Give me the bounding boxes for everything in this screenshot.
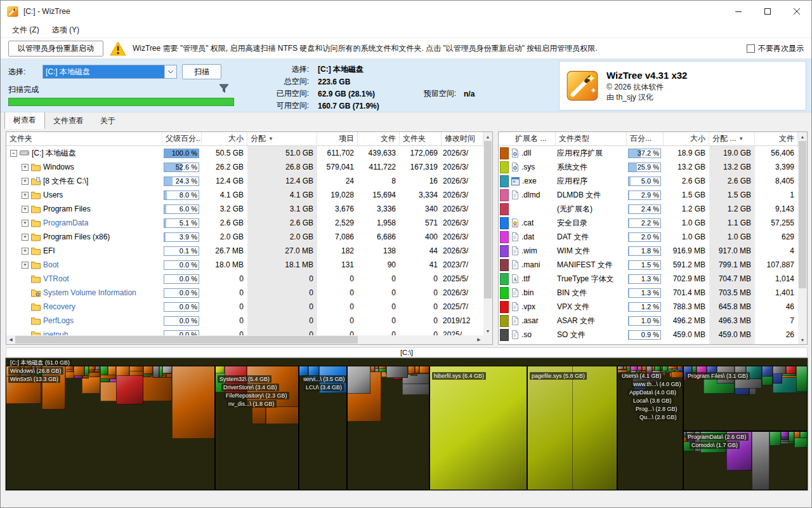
chevron-down-icon[interactable] [164, 65, 176, 78]
folder-row[interactable]: Recovery0.0 %000002025/7/ [6, 300, 492, 314]
ext-cell-extension: .mani [510, 258, 556, 272]
ext-row[interactable]: (无扩展名)2.4 %1.2 GB1.2 GB9,143 [499, 202, 807, 216]
ext-cell-allocated: 1.2 GB [709, 202, 755, 216]
folder-row[interactable]: +Program Files (x86)3.9 %2.0 GB2.0 GB7,0… [6, 230, 492, 244]
percent-bar-fill [164, 219, 166, 227]
menu-options[interactable]: 选项 (Y) [46, 23, 86, 37]
tab-file-view[interactable]: 文件查看 [45, 113, 92, 129]
extension-vertical-scrollbar[interactable]: ▲ ▼ [798, 132, 807, 344]
expand-icon[interactable]: + [22, 262, 29, 269]
expand-icon[interactable]: + [22, 206, 29, 213]
folder-name: Boot [43, 260, 59, 269]
ext-col-header-files[interactable]: 文件 [755, 132, 798, 145]
ext-row[interactable]: .dlmdDLMDB 文件2.9 %1.5 GB1.5 GB1 [499, 188, 807, 202]
percent-bar-fill [629, 247, 629, 255]
ext-row[interactable]: .datDAT 文件2.0 %1.0 GB1.0 GB629 [499, 230, 807, 244]
folder-cell-name: inetpub [6, 328, 162, 335]
restart-admin-button[interactable]: 以管理员身份重新启动 [8, 41, 103, 57]
folder-cell-name: +Users [6, 188, 162, 202]
ext-row[interactable]: .sys系统文件25.9 %13.2 GB13.2 GB3,399 [499, 160, 807, 174]
folder-col-header-files[interactable]: 文件 [358, 132, 400, 145]
folder-col-header-items[interactable]: 项目 [317, 132, 358, 145]
ext-row[interactable]: A.ttfTrueType 字体文1.3 %702.9 MB704.7 MB1,… [499, 272, 807, 286]
expand-icon[interactable]: + [22, 220, 29, 227]
ext-row[interactable]: .dll应用程序扩展37.2 %18.9 GB19.0 GB56,406 [499, 146, 807, 160]
folder-col-header-modified[interactable]: 修改时间 [442, 132, 483, 145]
scrollbar-thumb[interactable] [799, 141, 806, 288]
minimize-button[interactable] [724, 1, 753, 22]
checkbox-box-icon[interactable] [747, 44, 755, 53]
expand-icon[interactable]: + [22, 248, 29, 255]
folder-col-header-allocated[interactable]: 分配▼ [247, 132, 317, 145]
ext-col-header-allocated[interactable]: 分配 ...▼ [709, 132, 755, 145]
ext-row[interactable]: .wimWIM 文件1.8 %916.9 MB917.0 MB4 [499, 244, 807, 258]
ext-row[interactable]: .soSO 文件0.9 %459.0 MB459.0 MB26 [499, 328, 807, 342]
percent-bar-fill [164, 191, 167, 199]
scroll-up-icon[interactable]: ▲ [483, 132, 492, 141]
ext-cell-color [499, 272, 510, 286]
folder-row[interactable]: +Program Files6.0 %3.2 GB3.1 GB3,6763,33… [6, 202, 492, 216]
folder-col-header-size[interactable]: 大小 [202, 132, 247, 145]
folder-row[interactable]: +Users8.0 %4.1 GB4.1 GB19,02815,6943,334… [6, 188, 492, 202]
scroll-left-icon[interactable]: ◀ [6, 335, 15, 344]
ext-row[interactable]: .asarASAR 文件1.0 %496.2 MB496.3 MB7 [499, 314, 807, 328]
ext-row[interactable]: .vpxVPX 文件1.2 %788.3 MB645.8 MB46 [499, 300, 807, 314]
drive-combobox[interactable]: [C:] 本地磁盘 [43, 65, 177, 79]
scroll-up-icon[interactable]: ▲ [798, 132, 807, 141]
treemap[interactable]: [C:] 本地磁盘 (51.0 GB)Windows\ (26.8 GB)Win… [5, 358, 808, 491]
tab-about[interactable]: 关于 [92, 113, 124, 129]
folder-cell-modified: 2026/3/ [442, 230, 483, 244]
folder-row[interactable]: +[8 文件在 C:\]24.3 %12.4 GB12.4 GB24816202… [6, 174, 492, 188]
ext-col-header-size[interactable]: 大小 [664, 132, 709, 145]
folder-row[interactable]: PerfLogs0.0 %000002019/12 [6, 314, 492, 328]
scroll-right-icon[interactable]: ▶ [475, 335, 483, 344]
maximize-button[interactable] [753, 1, 782, 22]
folder-row[interactable]: System Volume Information0.0 %000002026/… [6, 286, 492, 300]
folder-row[interactable]: +ProgramData5.1 %2.6 GB2.6 GB2,5291,9585… [6, 216, 492, 230]
folder-row[interactable]: VTRoot0.0 %000002025/5/ [6, 272, 492, 286]
tab-tree-view[interactable]: 树查看 [4, 112, 45, 129]
ext-cell-files: 26 [755, 328, 798, 342]
close-button[interactable] [782, 1, 811, 22]
expand-icon[interactable]: + [22, 234, 29, 241]
expand-icon[interactable]: + [22, 178, 29, 185]
folder-cell-files: 6,686 [358, 230, 400, 244]
folder-row[interactable]: +EFI0.1 %26.7 MB27.0 MB182138442026/3/ [6, 244, 492, 258]
folder-cell-allocated: 51.0 GB [247, 146, 317, 160]
total-space-label: 总空间: [240, 76, 318, 87]
folder-row[interactable]: inetpub0.0 %000002025/ [6, 328, 492, 335]
folder-row[interactable]: +Windows52.6 %26.2 GB26.8 GB579,041411,7… [6, 160, 492, 174]
folder-row[interactable]: −[C:] 本地磁盘100.0 %50.5 GB51.0 GB611,70243… [6, 146, 492, 160]
scroll-down-icon[interactable]: ▼ [483, 326, 492, 335]
menu-file[interactable]: 文件 (Z) [6, 23, 46, 37]
filter-icon[interactable] [219, 84, 229, 93]
collapse-icon[interactable]: − [10, 150, 17, 157]
ext-cell-percent: 2.0 % [627, 230, 664, 244]
ext-row[interactable]: .maniMANIFEST 文件1.5 %591.2 MB799.1 MB107… [499, 258, 807, 272]
folder-horizontal-scrollbar[interactable]: ◀ ▶ [6, 335, 483, 344]
folder-row[interactable]: +Boot0.0 %18.0 MB18.1 MB13190412023/7/ [6, 258, 492, 272]
folder-col-header-parent-percent[interactable]: 父级百分... [162, 132, 202, 145]
ext-row[interactable]: .binBIN 文件1.3 %701.4 MB703.5 MB1,401 [499, 286, 807, 300]
folder-col-header-folder[interactable]: 文件夹 [6, 132, 162, 145]
scrollbar-thumb[interactable] [484, 141, 492, 298]
dismiss-checkbox[interactable]: 不要再次显示 [747, 43, 804, 54]
scroll-down-icon[interactable]: ▼ [798, 335, 807, 344]
expand-icon[interactable]: + [22, 164, 29, 171]
folder-col-header-folder-count[interactable]: 文件夹 [400, 132, 442, 145]
percent-text: 0.0 % [180, 331, 197, 336]
treemap-canvas[interactable] [6, 358, 808, 490]
expand-icon[interactable]: + [22, 192, 29, 199]
ext-col-header-extension[interactable]: 扩展名 ... [499, 132, 556, 145]
folder-vertical-scrollbar[interactable]: ▲ ▼ [483, 132, 492, 335]
ext-cell-files: 56,406 [755, 146, 798, 160]
ext-col-header-percent[interactable]: 百分... [627, 132, 664, 145]
scan-button[interactable]: 扫描 [182, 64, 221, 79]
scrollbar-thumb[interactable] [15, 336, 358, 344]
folder-cell-files: 0 [358, 328, 400, 335]
folder-icon [31, 163, 41, 171]
ext-cell-color [499, 160, 510, 174]
ext-col-header-file-type[interactable]: 文件类型 [556, 132, 627, 145]
ext-row[interactable]: .cat安全目录2.2 %1.0 GB1.1 GB57,255 [499, 216, 807, 230]
ext-row[interactable]: .exe应用程序5.0 %2.6 GB2.6 GB8,405 [499, 174, 807, 188]
